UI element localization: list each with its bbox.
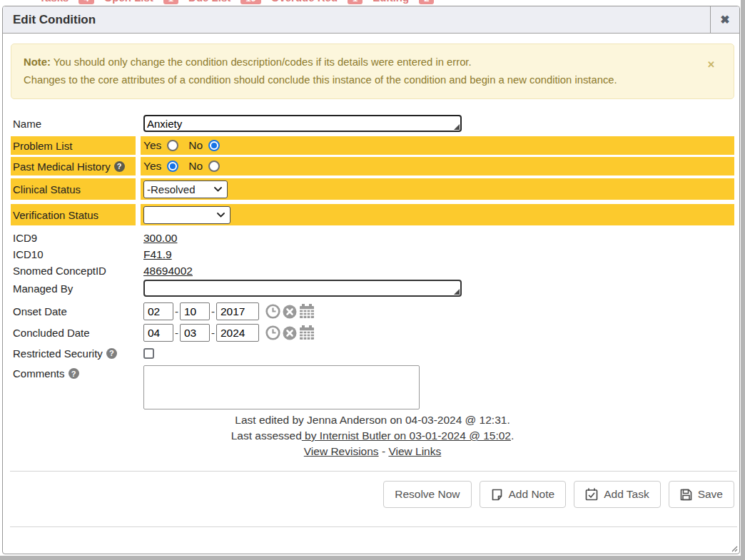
clock-icon[interactable] (265, 325, 280, 340)
chevron-down-icon (214, 187, 222, 192)
bg-badge: 1 (163, 0, 178, 4)
problem-list-yes-radio[interactable] (167, 140, 178, 151)
bg-badge: 2 (419, 0, 434, 4)
footer-divider (10, 471, 737, 472)
name-input[interactable] (143, 115, 462, 132)
managed-by-input[interactable] (143, 280, 462, 297)
bg-badge: 1 (348, 0, 363, 4)
bg-tab-open-list: Open List (104, 0, 153, 4)
concluded-day-input[interactable] (180, 324, 210, 342)
resolve-now-button[interactable]: Resolve Now (383, 481, 471, 508)
verification-status-label: Verification Status (13, 209, 98, 221)
bg-badge: 4 (78, 0, 93, 4)
comments-row: Comments ? (11, 365, 734, 409)
pmh-yes-label: Yes (143, 160, 161, 173)
concluded-year-input[interactable] (216, 324, 259, 342)
bg-tab-tasks: Tasks (39, 0, 69, 4)
clinical-status-value: -Resolved (147, 183, 196, 195)
icd10-code-link[interactable]: F41.9 (143, 248, 172, 261)
icd10-row: ICD10 F41.9 (11, 246, 734, 263)
pmh-no-label: No (188, 160, 203, 173)
view-revisions-link[interactable]: View Revisions (304, 445, 379, 457)
comments-textarea[interactable] (143, 365, 420, 409)
snomed-row: Snomed ConceptID 48694002 (11, 263, 734, 279)
date-separator: - (211, 327, 215, 339)
icd10-label: ICD10 (13, 248, 44, 260)
clock-icon[interactable] (265, 304, 280, 319)
audit-info: Last edited by Jenna Anderson on 04-03-2… (11, 412, 734, 459)
task-calendar-icon (585, 488, 598, 501)
note-line2: Changes to the core attributes of a cond… (24, 71, 705, 89)
condition-form: Name Problem List Yes No (11, 113, 734, 527)
concluded-date-label: Concluded Date (13, 327, 90, 339)
problem-list-label: Problem List (13, 140, 72, 152)
dialog-header: Edit Condition ✖ (3, 6, 739, 34)
name-row: Name (11, 113, 734, 133)
icd9-code-link[interactable]: 300.00 (143, 232, 177, 245)
background-tab-text: Tasks4Open List1Due List10Overdue Red1Ed… (0, 0, 741, 4)
dialog-title: Edit Condition (3, 6, 710, 33)
snomed-label: Snomed ConceptID (13, 265, 106, 277)
dialog-body: Note: You should only change the conditi… (3, 34, 739, 527)
onset-day-input[interactable] (180, 302, 210, 320)
bg-badge: 10 (240, 0, 260, 4)
calendar-icon[interactable] (299, 325, 315, 340)
background-tab-bar: Tasks4Open List1Due List10Overdue Red1Ed… (0, 0, 741, 6)
help-icon[interactable]: ? (69, 368, 79, 379)
pmh-yes-radio[interactable] (167, 161, 178, 172)
clinical-status-row: Clinical Status -Resolved (11, 178, 734, 200)
clinical-status-select[interactable]: -Resolved (143, 180, 228, 198)
concluded-month-input[interactable] (143, 324, 173, 342)
date-separator: - (175, 327, 178, 339)
problem-list-no-label: No (188, 139, 203, 152)
onset-date-label: Onset Date (13, 305, 67, 317)
icd9-label: ICD9 (13, 232, 37, 244)
restricted-security-checkbox[interactable] (143, 348, 154, 359)
name-label: Name (13, 118, 41, 130)
clear-date-icon[interactable] (283, 326, 297, 340)
last-edited-text: Last edited by Jenna Anderson on 04-03-2… (11, 412, 734, 428)
resize-grip-icon[interactable] (731, 545, 738, 552)
bottom-divider (10, 526, 737, 527)
problem-list-no-radio[interactable] (208, 140, 220, 151)
problem-list-row: Problem List Yes No (11, 136, 734, 155)
date-separator: - (175, 305, 178, 317)
note-banner: Note: You should only change the conditi… (11, 44, 734, 99)
add-task-button[interactable]: Add Task (574, 481, 660, 508)
verification-status-row: Verification Status (11, 204, 734, 225)
help-icon[interactable]: ? (114, 161, 125, 172)
dialog-footer-buttons: Resolve Now Add Note Add Task Save (11, 481, 734, 508)
past-medical-history-row: Past Medical History ? Yes No (11, 157, 734, 175)
managed-by-label: Managed By (13, 282, 73, 295)
onset-year-input[interactable] (216, 302, 259, 320)
chevron-down-icon (217, 213, 225, 218)
pmh-no-radio[interactable] (208, 161, 220, 172)
close-icon[interactable]: ✖ (710, 6, 739, 33)
bg-tab-editing: Editing (372, 0, 409, 4)
snomed-code-link[interactable]: 48694002 (143, 265, 193, 278)
help-icon[interactable]: ? (106, 348, 117, 359)
save-icon (680, 489, 692, 501)
calendar-icon[interactable] (299, 304, 315, 319)
bg-tab-overdue: Overdue Red (271, 0, 338, 4)
past-medical-history-label: Past Medical History (13, 161, 111, 173)
add-note-button[interactable]: Add Note (480, 481, 567, 508)
view-links-line: View Revisions - View Links (11, 444, 734, 459)
last-assessed-link[interactable]: by Internist Butler on 03-01-2024 @ 15:0… (302, 429, 511, 442)
note-prefix: Note: (24, 56, 51, 68)
bg-tab-due-list: Due List (188, 0, 230, 4)
edit-condition-dialog: Edit Condition ✖ Note: You should only c… (2, 6, 740, 554)
last-assessed-text: Last assessed by Internist Butler on 03-… (11, 428, 734, 444)
verification-status-select[interactable] (143, 206, 230, 224)
clear-date-icon[interactable] (283, 305, 297, 319)
note-dismiss-icon[interactable]: ✕ (707, 56, 715, 73)
view-links-link[interactable]: View Links (388, 445, 441, 457)
date-separator: - (211, 305, 215, 317)
note-icon (491, 489, 503, 501)
resize-grip-icon[interactable] (454, 289, 460, 295)
save-button[interactable]: Save (669, 481, 734, 508)
onset-month-input[interactable] (143, 302, 173, 320)
concluded-date-row: Concluded Date - - (11, 323, 734, 342)
resize-grip-icon[interactable] (454, 124, 460, 130)
note-line1: Note: You should only change the conditi… (24, 54, 705, 71)
